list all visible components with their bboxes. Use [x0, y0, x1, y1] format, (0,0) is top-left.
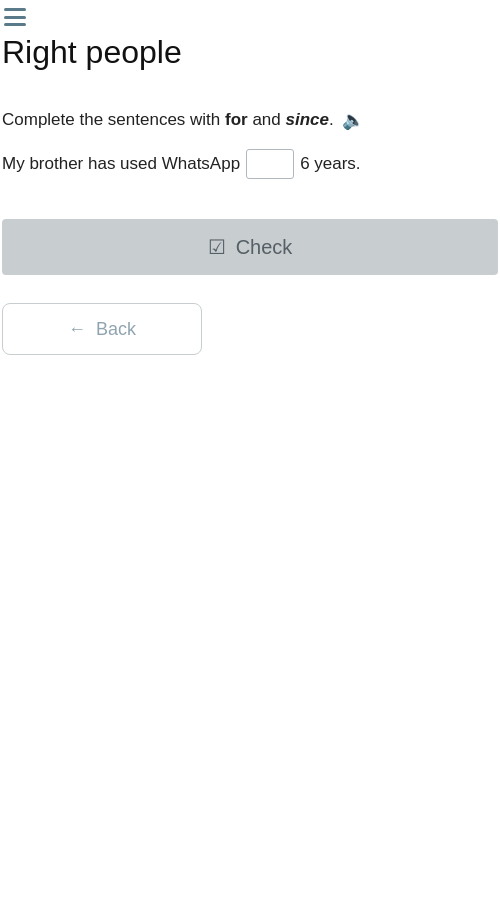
instruction-row: Complete the sentences with for and sinc…	[2, 109, 500, 131]
check-button[interactable]: ☑ Check	[2, 219, 498, 275]
check-button-label: Check	[236, 236, 293, 259]
sentence-text-after: 6 years.	[300, 154, 360, 174]
back-button-label: Back	[96, 319, 136, 340]
sentence-text-before: My brother has used WhatsApp	[2, 154, 240, 174]
page-title: Right people	[2, 34, 500, 79]
fill-in-input[interactable]	[246, 149, 294, 179]
arrow-left-icon: ←	[68, 319, 86, 340]
sentence-row: My brother has used WhatsApp 6 years.	[2, 149, 500, 179]
menu-icon[interactable]	[4, 8, 26, 26]
speaker-icon[interactable]: 🔈	[342, 109, 364, 131]
back-button[interactable]: ← Back	[2, 303, 202, 355]
checkmark-icon: ☑	[208, 235, 226, 259]
instruction-text: Complete the sentences with for and sinc…	[2, 110, 334, 130]
